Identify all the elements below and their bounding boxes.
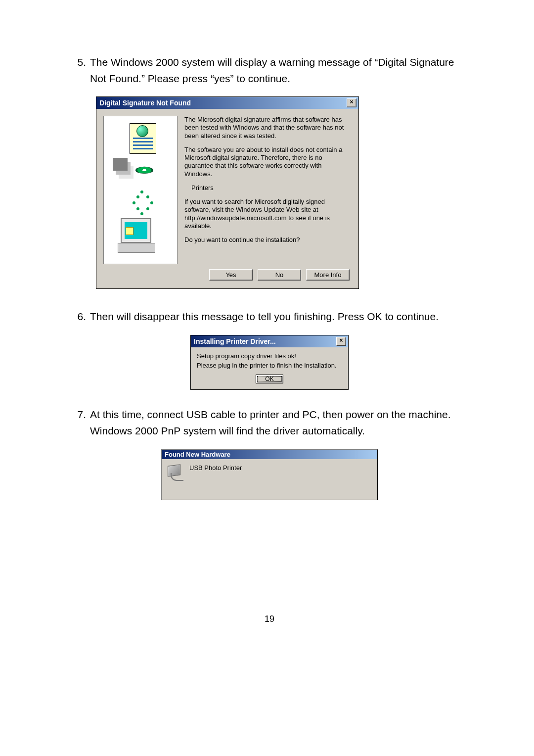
- installing-driver-dialog: Installing Printer Driver... × Setup pro…: [190, 335, 349, 390]
- page-number: 19: [69, 614, 470, 624]
- step-7-text: At this time, connect USB cable to print…: [90, 407, 470, 439]
- step-6-number: 6.: [69, 309, 90, 325]
- no-button[interactable]: No: [258, 269, 301, 281]
- dlg1-para2: The software you are about to install do…: [184, 146, 351, 178]
- close-icon[interactable]: ×: [336, 337, 346, 346]
- found-new-hardware-tooltip: Found New Hardware USB Photo Printer: [161, 449, 378, 500]
- dlg2-title: Installing Printer Driver...: [194, 337, 276, 345]
- dlg1-button-row: Yes No More Info: [96, 266, 358, 288]
- close-icon[interactable]: ×: [347, 98, 356, 107]
- step-5-number: 5.: [69, 54, 90, 87]
- step-5: 5. The Windows 2000 system will display …: [69, 54, 470, 87]
- digital-signature-dialog: Digital Signature Not Found ×: [96, 96, 359, 289]
- dlg1-para3: If you want to search for Microsoft digi…: [184, 198, 351, 230]
- dlg3-device-name: USB Photo Printer: [189, 464, 242, 472]
- dlg1-illustration: [103, 116, 178, 264]
- dlg1-title: Digital Signature Not Found: [99, 99, 191, 107]
- dlg1-titlebar: Digital Signature Not Found ×: [96, 97, 358, 109]
- yes-button[interactable]: Yes: [209, 269, 253, 281]
- dlg1-para4: Do you want to continue the installation…: [184, 236, 351, 244]
- step-7-number: 7.: [69, 407, 90, 439]
- step-7: 7. At this time, connect USB cable to pr…: [69, 407, 470, 439]
- dlg2-line2: Please plug in the printer to finish the…: [197, 362, 342, 370]
- dlg2-titlebar: Installing Printer Driver... ×: [191, 335, 348, 347]
- ok-button[interactable]: OK: [256, 375, 283, 383]
- step-6-text: Then will disappear this message to tell…: [90, 309, 470, 325]
- dlg2-line1: Setup program copy driver files ok!: [197, 352, 342, 361]
- hardware-icon: [167, 464, 184, 482]
- dlg3-titlebar: Found New Hardware: [162, 450, 377, 459]
- more-info-button[interactable]: More Info: [306, 269, 350, 281]
- step-5-text: The Windows 2000 system will display a w…: [90, 54, 470, 87]
- dlg3-title: Found New Hardware: [165, 451, 230, 458]
- step-6: 6. Then will disappear this message to t…: [69, 309, 470, 325]
- dlg1-para1: The Microsoft digital signature affirms …: [184, 116, 351, 140]
- dlg1-printers: Printers: [191, 184, 351, 192]
